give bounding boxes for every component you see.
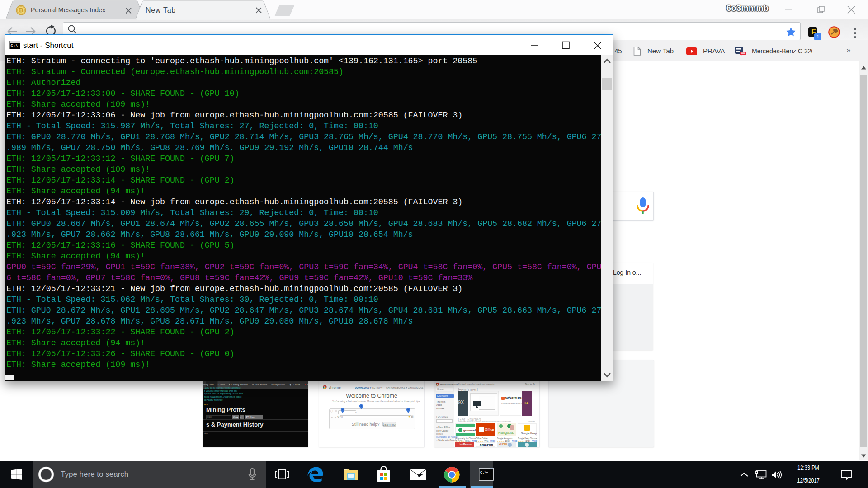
svg-text:C:\_: C:\_ [11,44,21,48]
svg-text:₿: ₿ [19,7,24,14]
